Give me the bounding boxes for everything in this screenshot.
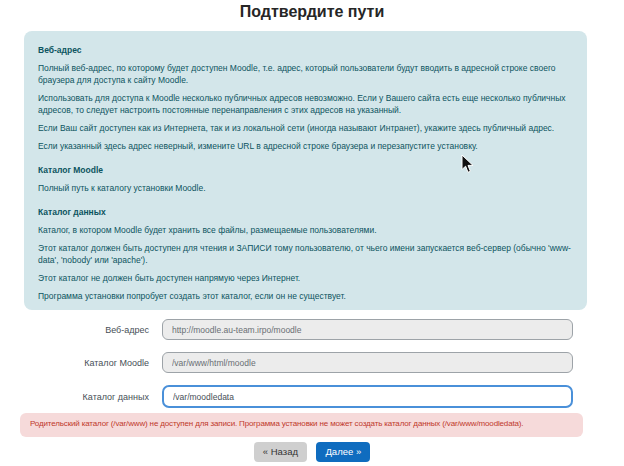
paths-info-box: Веб-адрес Полный веб-адрес, по которому … (24, 31, 587, 310)
moodle-dir-input[interactable] (162, 352, 573, 373)
next-button[interactable]: Далее » (316, 442, 370, 462)
paths-form: Веб-адрес Каталог Moodle Каталог данных (0, 319, 624, 420)
info-paragraph: Полный веб-адрес, по которому будет дост… (38, 62, 573, 86)
info-section-data-dir: Каталог данных Каталог, в котором Moodle… (38, 206, 573, 302)
info-section-moodle-dir: Каталог Moodle Полный путь к каталогу ус… (38, 164, 573, 194)
data-dir-label: Каталог данных (0, 392, 162, 402)
info-section-web-address: Веб-адрес Полный веб-адрес, по которому … (38, 44, 573, 152)
info-heading: Веб-адрес (38, 44, 573, 56)
info-paragraph: Этот каталог не должен быть доступен нап… (38, 272, 573, 284)
info-paragraph: Если Ваш сайт доступен как из Интернета,… (38, 122, 573, 134)
page-title: Подтвердите пути (0, 3, 624, 21)
info-paragraph: Полный путь к каталогу установки Moodle. (38, 182, 573, 194)
data-dir-input[interactable] (162, 385, 573, 408)
back-button[interactable]: « Назад (254, 442, 307, 462)
info-paragraph: Этот каталог должен быть доступен для чт… (38, 242, 573, 266)
form-row-data-dir: Каталог данных (0, 385, 624, 408)
info-heading: Каталог данных (38, 206, 573, 218)
moodle-dir-label: Каталог Moodle (0, 358, 162, 368)
web-address-input[interactable] (162, 319, 573, 340)
web-address-label: Веб-адрес (0, 325, 162, 335)
info-heading: Каталог Moodle (38, 164, 573, 176)
info-paragraph: Программа установки попробует создать эт… (38, 290, 573, 302)
error-message: Родительский каталог (/var/www) не досту… (30, 419, 523, 428)
form-row-moodle-dir: Каталог Moodle (0, 352, 624, 373)
info-paragraph: Использовать для доступа к Moodle нескол… (38, 92, 573, 116)
info-paragraph: Каталог, в котором Moodle будет хранить … (38, 224, 573, 236)
info-paragraph: Если указанный здесь адрес неверный, изм… (38, 140, 573, 152)
error-alert: Родительский каталог (/var/www) не досту… (20, 413, 583, 437)
wizard-buttons: « Назад Далее » (0, 442, 624, 462)
form-row-web-address: Веб-адрес (0, 319, 624, 340)
